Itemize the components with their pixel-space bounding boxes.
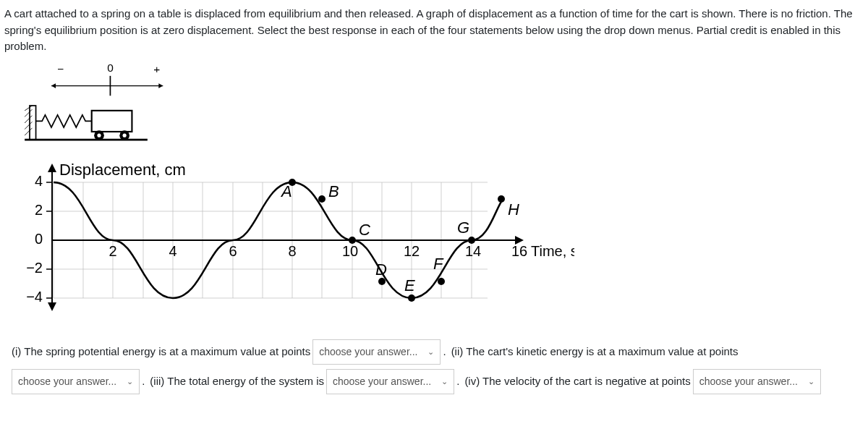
svg-marker-42	[48, 164, 56, 172]
dropdown-iv-label: choose your answer...	[699, 374, 798, 389]
displacement-graph-container: 4 2 0 −2 −4	[10, 161, 864, 318]
svg-marker-2	[51, 83, 56, 88]
ytick-2: 2	[35, 202, 43, 218]
svg-point-46	[349, 237, 356, 244]
axis-minus: −	[57, 62, 64, 75]
axis-plus: +	[153, 62, 160, 75]
point-H: H	[508, 200, 519, 218]
ytick-4: 4	[35, 173, 43, 189]
svg-line-8	[25, 122, 32, 129]
ytick-m2: −2	[26, 260, 43, 276]
period-iii: .	[456, 373, 459, 390]
dropdown-iii-label: choose your answer...	[333, 374, 431, 389]
ytick-m4: −4	[26, 289, 43, 305]
statement-i: (i) The spring potential energy is at a …	[12, 344, 310, 360]
question-text: A cart attached to a spring on a table i…	[4, 6, 864, 55]
point-G: G	[457, 218, 469, 237]
xtick-10: 10	[342, 243, 358, 259]
svg-point-45	[318, 195, 326, 203]
point-E: E	[404, 276, 415, 294]
period-ii: .	[142, 373, 145, 390]
graph-title: Displacement, cm	[59, 161, 186, 179]
svg-rect-11	[92, 110, 132, 131]
svg-point-49	[438, 278, 445, 285]
svg-point-50	[468, 237, 475, 244]
dropdown-iii[interactable]: choose your answer... ⌄	[326, 369, 454, 394]
answer-statements: (i) The spring potential energy is at a …	[12, 339, 864, 394]
point-D: D	[375, 260, 387, 279]
statement-ii: (ii) The cart's kinetic energy is at a m…	[451, 344, 739, 360]
svg-line-9	[25, 127, 32, 135]
dropdown-ii[interactable]: choose your answer... ⌄	[12, 369, 140, 394]
xtick-4: 4	[169, 243, 176, 259]
svg-marker-43	[48, 302, 56, 311]
svg-point-13	[97, 133, 101, 137]
period-i: .	[443, 344, 446, 360]
xtick-6: 6	[229, 243, 237, 259]
displacement-graph: 4 2 0 −2 −4	[10, 161, 574, 313]
dropdown-i-label: choose your answer...	[319, 344, 417, 360]
point-B: B	[328, 182, 339, 200]
svg-point-48	[408, 294, 415, 302]
xtick-16: 16	[511, 243, 527, 259]
dropdown-i[interactable]: choose your answer... ⌄	[312, 339, 441, 365]
cart-diagram-container: − 0 +	[12, 62, 864, 154]
axis-zero: 0	[107, 62, 114, 74]
point-C: C	[359, 221, 370, 239]
svg-line-7	[25, 115, 32, 122]
xtick-12: 12	[404, 243, 420, 259]
chevron-down-icon: ⌄	[427, 346, 434, 358]
svg-line-5	[25, 106, 32, 111]
point-F: F	[433, 255, 444, 273]
dropdown-iv[interactable]: choose your answer... ⌄	[693, 369, 821, 394]
point-A: A	[280, 182, 292, 200]
xtick-2: 2	[109, 243, 116, 259]
ytick-0: 0	[35, 231, 43, 247]
svg-marker-1	[158, 83, 163, 88]
chevron-down-icon: ⌄	[808, 376, 814, 388]
xtick-8: 8	[288, 243, 296, 259]
svg-point-51	[498, 195, 505, 203]
svg-point-15	[123, 133, 127, 137]
svg-point-47	[378, 278, 386, 285]
statement-iii: (iii) The total energy of the system is	[150, 373, 324, 390]
xlabel: Time, s	[531, 243, 574, 259]
dropdown-ii-label: choose your answer...	[18, 374, 116, 389]
statement-iv: (iv) The velocity of the cart is negativ…	[464, 373, 690, 390]
chevron-down-icon: ⌄	[127, 376, 133, 388]
xtick-14: 14	[465, 243, 481, 259]
cart-spring-diagram: − 0 +	[12, 62, 178, 149]
chevron-down-icon: ⌄	[441, 376, 448, 388]
svg-line-6	[25, 109, 32, 116]
